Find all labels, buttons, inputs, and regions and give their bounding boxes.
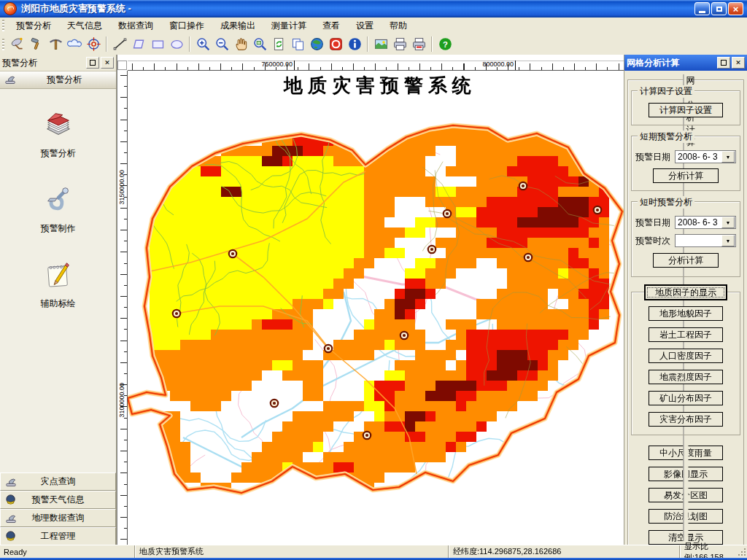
display-button-3[interactable]: 岩土工程因子 [649,327,723,342]
menu-item-3[interactable]: 数据查询 [110,18,161,34]
toolbar-button-cloud[interactable] [65,35,84,53]
zoom-in-icon [196,36,211,52]
menu-item-6[interactable]: 测量计算 [263,18,314,34]
map-view: 750000.00800000.00 3150000.003100000.00 … [117,55,624,545]
left-tool-label: 预警分析 [41,147,76,160]
left-tool-label: 预警制作 [41,222,76,235]
nowcast-date-combo[interactable]: 2008- 6- 3 ▼ [675,216,736,229]
chevron-down-icon[interactable]: ▼ [721,217,735,228]
status-layer-name: 地质灾害预警系统 [136,545,448,558]
menu-item-8[interactable]: 设置 [348,18,382,34]
toolbar-button-zoom-in[interactable] [193,35,212,53]
weather-icon [5,494,18,508]
left-panel-close-button[interactable]: ✕ [101,57,114,69]
h-ruler-label: 750000.00 [249,61,295,70]
left-tool-2[interactable]: 预警制作 [0,183,116,235]
left-tool-1[interactable]: 预警分析 [0,108,116,160]
refresh-page-icon [271,36,287,52]
toolbar-button-rectangle-tool[interactable] [148,35,167,53]
toolbar-button-polygon-tool[interactable] [129,35,148,53]
polygon-tool-icon [131,36,147,52]
menu-item-9[interactable]: 帮助 [382,18,415,34]
aux-plot-notepad-icon [42,258,75,294]
left-tool-label: 辅助标绘 [41,298,76,310]
toolbar-button-print[interactable] [390,35,409,53]
close-button[interactable]: × [728,2,743,15]
grid-analysis-frame: 网格分析计算 计算因子设置 计算因子设置 短期预警分析 预警日期 2008- 6… [627,79,744,556]
stamp-icon [4,73,17,88]
chevron-down-icon[interactable]: ▼ [721,151,735,163]
close-icon: ✕ [104,60,110,66]
left-tool-3[interactable]: 辅助标绘 [0,258,116,310]
nowcast-analyze-button[interactable]: 分析计算 [653,253,719,268]
toolbar-button-hammer[interactable] [27,35,46,53]
display-button-7[interactable]: 灾害分布因子 [649,412,723,427]
restore-button[interactable] [711,2,727,15]
nowcast-time-combo[interactable]: ▼ [675,234,736,247]
right-panel: 网格分析计算 ✕ 网格分析计算 计算因子设置 计算因子设置 短期预警分析 预警日… [624,55,747,545]
toolbar-button-target[interactable] [84,35,103,53]
cloud-icon [67,36,82,52]
short-term-date-value: 2008- 6- 3 [676,152,721,162]
toolbar-button-stop[interactable] [326,35,345,53]
app-logo-icon [4,2,17,15]
toolbar-button-zoom-out[interactable] [212,35,231,53]
short-term-date-label: 预警日期 [635,151,675,163]
restore-icon [716,7,722,12]
map-canvas[interactable] [128,71,624,545]
line-tool-icon [112,36,128,52]
toolbar-button-ellipse-tool[interactable] [167,35,186,53]
toolbar-button-print-preview[interactable] [409,35,428,53]
display-button-6[interactable]: 矿山分布因子 [649,391,723,405]
factor-settings-button[interactable]: 计算因子设置 [649,103,723,117]
pan-hand-icon [233,36,249,52]
toolbar-button-refresh-page[interactable] [269,35,288,53]
pin-icon [721,60,727,66]
map-title: 地质灾害预警系统 [227,73,533,98]
menu-item-5[interactable]: 成果输出 [212,18,263,34]
right-panel-title: 网格分析计算 [627,57,716,69]
display-button-1[interactable]: 地质因子的显示 [645,285,727,300]
toolbar-button-pick[interactable] [46,35,65,53]
toolbar-button-info[interactable] [345,35,364,53]
target-icon [86,36,101,52]
toolbar-button-help[interactable]: ? [436,35,454,53]
left-panel-section-header[interactable]: 预警分析 [0,71,116,89]
factor-settings-group: 计算因子设置 计算因子设置 [631,90,740,125]
toolbar-button-image-view[interactable] [371,35,390,53]
right-panel-close-button[interactable]: ✕ [732,57,745,69]
right-panel-pin-button[interactable] [717,57,730,69]
warning-make-tool-icon [42,183,75,219]
left-panel-pin-button[interactable] [86,57,99,69]
short-term-date-combo[interactable]: 2008- 6- 3 ▼ [675,150,736,163]
toolbar-button-satellite-dish[interactable] [8,35,27,53]
stamp-icon [5,475,18,490]
display-button-4[interactable]: 人口密度因子 [649,349,723,363]
toolbar-button-copy-pages[interactable] [288,35,307,53]
left-bottom-bar-4[interactable]: 工程管理 [0,527,116,545]
minimize-button[interactable] [694,2,710,15]
left-bottom-bar-3[interactable]: 地理数据查询 [0,509,116,527]
help-icon: ? [438,36,453,52]
menu-item-4[interactable]: 窗口操作 [161,18,212,34]
left-bottom-bar-2[interactable]: 预警天气信息 [0,491,116,509]
ellipse-tool-icon [169,36,185,52]
factor-settings-label: 计算因子设置 [638,85,694,98]
chevron-down-icon[interactable]: ▼ [721,235,735,246]
right-panel-titlebar: 网格分析计算 ✕ [624,55,747,71]
toolbar-button-line-tool[interactable] [110,35,129,53]
menubar-grip[interactable] [2,20,4,31]
display-button-2[interactable]: 地形地貌因子 [649,306,723,321]
menu-item-1[interactable]: 预警分析 [8,18,59,34]
toolbar-button-globe[interactable] [307,35,326,53]
short-term-analyze-button[interactable]: 分析计算 [653,168,719,183]
display-button-5[interactable]: 地震烈度因子 [649,370,723,384]
menu-item-2[interactable]: 天气信息 [59,18,110,34]
toolbar-grip[interactable] [2,39,4,50]
toolbar-button-pan-hand[interactable] [231,35,250,53]
factor-display-group: 地质因子的显示地形地貌因子岩土工程因子人口密度因子地震烈度因子矿山分布因子灾害分… [631,292,740,435]
menu-item-7[interactable]: 查看 [314,18,348,34]
resize-grip[interactable] [737,545,747,558]
toolbar-button-zoom-layer[interactable] [250,35,269,53]
left-bottom-bar-1[interactable]: 灾点查询 [0,472,116,491]
